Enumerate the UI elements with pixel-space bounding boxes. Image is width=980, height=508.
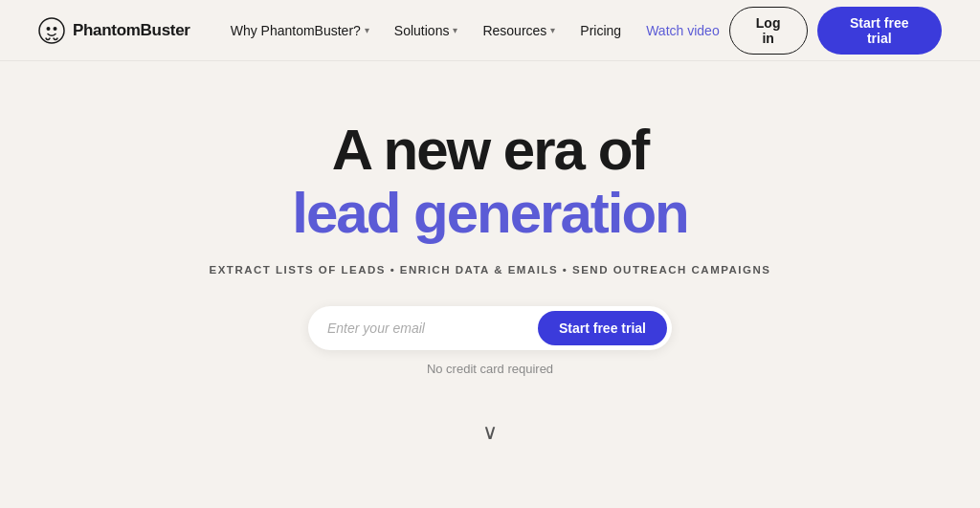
scroll-down-wrapper[interactable]: ∨: [482, 420, 498, 445]
hero-section: A new era of lead generation EXTRACT LIS…: [0, 61, 980, 474]
chevron-icon-resources: ▾: [550, 25, 555, 35]
nav-label-why: Why PhantomBuster?: [231, 23, 361, 38]
email-form: Start free trial: [308, 306, 672, 350]
hero-title-line1: A new era of: [332, 119, 649, 182]
nav-label-resources: Resources: [482, 23, 546, 38]
hero-start-trial-button[interactable]: Start free trial: [538, 311, 667, 345]
nav-links: Why PhantomBuster? ▾ Solutions ▾ Resourc…: [221, 17, 729, 44]
svg-point-1: [47, 27, 51, 31]
nav-item-pricing[interactable]: Pricing: [570, 17, 631, 44]
login-button[interactable]: Log in: [729, 7, 808, 55]
chevron-down-icon[interactable]: ∨: [482, 420, 498, 445]
navbar-start-trial-button[interactable]: Start free trial: [817, 7, 942, 55]
brand-name: PhantomBuster: [73, 21, 190, 40]
nav-label-solutions: Solutions: [394, 23, 450, 38]
chevron-icon-why: ▾: [365, 25, 369, 35]
navbar-right: Log in Start free trial: [729, 7, 942, 55]
navbar-left: PhantomBuster Why PhantomBuster? ▾ Solut…: [38, 17, 729, 44]
hero-title-line2: lead generation: [292, 182, 687, 245]
hero-subtitle: EXTRACT LISTS OF LEADS • ENRICH DATA & E…: [210, 264, 771, 276]
nav-item-solutions[interactable]: Solutions ▾: [385, 17, 468, 44]
logo-area[interactable]: PhantomBuster: [38, 17, 190, 44]
navbar: PhantomBuster Why PhantomBuster? ▾ Solut…: [0, 0, 980, 61]
nav-item-resources[interactable]: Resources ▾: [473, 17, 565, 44]
chevron-icon-solutions: ▾: [453, 25, 457, 35]
email-input[interactable]: [327, 315, 538, 342]
nav-label-watch-video: Watch video: [646, 23, 720, 38]
phantombuster-logo-icon: [38, 17, 65, 44]
nav-item-watch-video[interactable]: Watch video: [636, 17, 729, 44]
svg-point-0: [39, 18, 64, 43]
no-credit-text: No credit card required: [427, 362, 553, 376]
nav-item-why[interactable]: Why PhantomBuster? ▾: [221, 17, 379, 44]
nav-label-pricing: Pricing: [580, 23, 621, 38]
svg-point-2: [54, 27, 57, 31]
